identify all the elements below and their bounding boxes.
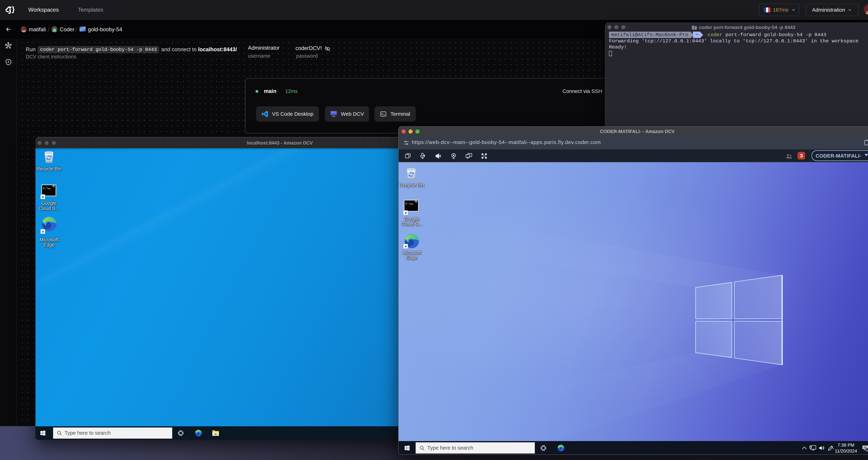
svg-text:C:\: C:\: [405, 202, 411, 205]
svg-text:1: 1: [866, 448, 868, 451]
svg-text:C:\: C:\: [43, 187, 48, 190]
